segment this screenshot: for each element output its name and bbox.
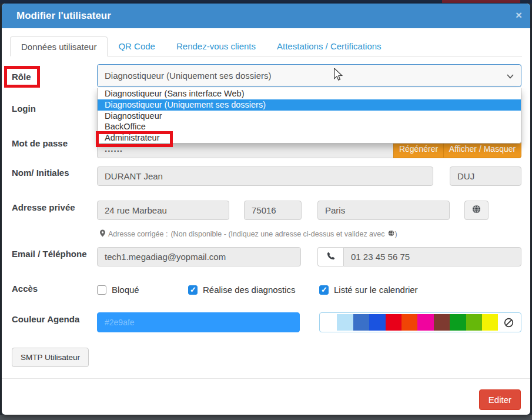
corrected-address-text: (Non disponible - (Indiquez une adresse … [170,230,384,238]
close-icon[interactable]: × [516,9,522,22]
color-swatch[interactable] [386,314,401,331]
footer-divider [2,378,530,379]
checkbox-label: Bloqué [112,285,139,295]
tab-bar: Données utilisateur QR Code Rendez-vous … [10,36,522,56]
password-label: Mot de passe [12,138,68,148]
tab-rendez-vous-clients[interactable]: Rendez-vous clients [166,36,266,56]
role-option[interactable]: BackOffice [98,121,521,132]
page-background-badge [442,0,520,3]
corrected-address-note: Adresse corrigée : (Non disponible - (In… [100,229,397,239]
role-option[interactable]: Diagnostiqueur (Uniquement ses dossiers) [98,99,521,111]
street-input[interactable]: 24 rue Marbeau [97,201,229,220]
tab-donnees-utilisateur[interactable]: Données utilisateur [10,36,108,56]
full-name-input[interactable]: DURANT Jean [97,166,433,186]
checkbox-box [97,285,106,295]
email-input[interactable]: tech1.megadiag@yopmail.com [97,247,301,266]
swatch-strip [321,314,498,331]
checkbox-box [188,285,198,295]
role-dropdown: Diagnostiqueur (Sans interface Web)Diagn… [97,88,521,144]
name-label: Nom/ Initiales [12,168,69,178]
map-pin-icon [100,229,105,239]
color-swatch[interactable] [369,314,385,331]
login-label: Login [12,104,36,114]
page-background-bottom [0,415,532,420]
validate-address-button[interactable] [464,201,488,220]
corrected-address-suffix: ) [395,230,397,238]
agenda-color-input[interactable]: #2e9afe [97,312,300,332]
role-option[interactable]: Administrateur [98,132,521,144]
tab-qr-code[interactable]: QR Code [108,36,166,56]
checkbox-bloque[interactable]: Bloqué [97,285,139,295]
phone-addon [317,247,343,266]
phone-input[interactable]: 01 23 45 56 75 [343,247,521,266]
color-swatch[interactable] [482,314,498,331]
chevron-down-icon [507,71,514,81]
role-label: Rôle [12,72,31,82]
color-swatch[interactable] [353,314,369,331]
modal-title: Modifier l'utilisateur [16,4,111,28]
address-label: Adresse privée [12,202,75,212]
color-palette [319,312,521,332]
role-option[interactable]: Diagnostiqueur (Sans interface Web) [98,88,521,99]
checkbox-liste-calendrier[interactable]: Listé sur le calendrier [319,285,418,295]
checkbox-label: Listé sur le calendrier [334,285,418,295]
smtp-user-button[interactable]: SMTP Utilisateur [12,348,89,367]
role-select[interactable]: Diagnostiqueur (Uniquement ses dossiers) [97,64,521,87]
color-swatch[interactable] [466,314,482,331]
modal-header: Modifier l'utilisateur × [2,4,530,28]
tab-attestations-certifications[interactable]: Attestations / Certifications [266,36,392,56]
initials-input[interactable]: DUJ [450,166,521,186]
checkbox-label: Réalise des diagnostics [203,285,296,295]
phone-group: 01 23 45 56 75 [317,247,521,266]
corrected-address-label: Adresse corrigée : [108,230,168,238]
role-select-value: Diagnostiqueur (Uniquement ses dossiers) [105,71,271,81]
zip-input[interactable]: 75016 [244,201,302,220]
checkbox-realise-diagnostics[interactable]: Réalise des diagnostics [188,285,296,295]
globe-small-icon [388,230,394,238]
agenda-label: Couleur Agenda [12,314,79,324]
color-swatch[interactable] [401,314,417,331]
color-swatch[interactable] [417,314,433,331]
color-swatch[interactable] [321,314,337,331]
no-color-icon[interactable] [504,318,514,328]
color-swatch[interactable] [434,314,450,331]
city-input[interactable]: Paris [317,201,450,220]
globe-icon [472,205,481,216]
color-swatch[interactable] [337,314,353,331]
access-label: Accès [12,284,38,294]
edit-submit-button[interactable]: Editer [479,389,521,410]
phone-icon [327,252,335,262]
edit-user-modal: Modifier l'utilisateur × Données utilisa… [2,4,530,415]
email-phone-label: Email / Téléphone [12,249,87,259]
role-option[interactable]: Diagnostiqueur [98,111,521,122]
checkbox-box [319,285,329,295]
color-swatch[interactable] [450,314,466,331]
